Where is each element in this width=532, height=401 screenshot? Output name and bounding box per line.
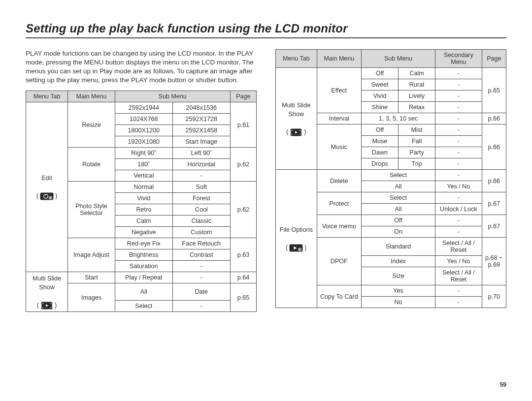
page-ref: p.70 xyxy=(482,285,506,308)
cell: 1800X1200 xyxy=(115,125,172,136)
tab-edit: Edit ( ) xyxy=(26,102,68,272)
cell: Right 90˚ xyxy=(115,148,172,159)
tab-slide-left: Multi Slide Show ( ) xyxy=(26,272,68,312)
cell: Yes / No xyxy=(435,256,482,267)
main-dpof: DPOF xyxy=(317,238,361,285)
cell: Unlock / Lock xyxy=(435,204,482,215)
cell: Retro xyxy=(115,204,172,216)
main-rotate: Rotate xyxy=(68,148,115,182)
tab-file: File Options ( ) xyxy=(276,170,317,308)
cell: - xyxy=(435,91,482,102)
cell: - xyxy=(172,301,230,312)
cell: Calm xyxy=(399,68,435,79)
page-ref: p.62 xyxy=(230,148,256,182)
left-column: PLAY mode functions can be changed by us… xyxy=(26,49,257,312)
cell: Relax xyxy=(399,102,435,113)
cell: Fall xyxy=(399,136,435,147)
cell: - xyxy=(435,226,482,238)
cell: Size xyxy=(361,267,435,285)
cell: Yes / No xyxy=(435,181,482,192)
cell: Dawn xyxy=(361,147,398,158)
right-column: Menu Tab Main Menu Sub Menu Secondary Me… xyxy=(275,49,506,312)
cell: Rural xyxy=(399,79,435,91)
cell: Start Image xyxy=(172,136,230,148)
tab-edit-label: Edit xyxy=(41,175,52,182)
cell: Red-eye Fix xyxy=(115,238,172,249)
cell: Index xyxy=(361,256,435,267)
cell: Mist xyxy=(399,124,435,136)
cell: No xyxy=(361,297,435,308)
cell: 180˚ xyxy=(115,159,172,170)
cell: - xyxy=(435,192,482,204)
cell: Select / All / Reset xyxy=(435,267,482,285)
main-protect: Protect xyxy=(317,192,361,215)
cell: Play / Repeat xyxy=(115,272,172,283)
cell: - xyxy=(435,147,482,158)
page-ref: p.66 xyxy=(482,170,506,192)
tab-slide-right: Multi Slide Show ( ) xyxy=(276,68,317,170)
cell: Lively xyxy=(399,91,435,102)
main-interval: Interval xyxy=(317,113,361,124)
cell: Select xyxy=(361,192,435,204)
cell: - xyxy=(435,79,482,91)
cell: Muse xyxy=(361,136,398,147)
th-main: Main Menu xyxy=(317,50,361,68)
cell: - xyxy=(172,170,230,182)
file-options-icon xyxy=(289,243,303,252)
cell: Vivid xyxy=(361,91,398,102)
main-music: Music xyxy=(317,124,361,170)
cell: Date xyxy=(172,283,230,301)
cell: Vertical xyxy=(115,170,172,182)
page-ref: p.67 xyxy=(482,215,506,238)
cell: Select xyxy=(361,170,435,181)
th-tab: Menu Tab xyxy=(276,50,317,68)
main-images: Images xyxy=(68,283,115,312)
th-main: Main Menu xyxy=(68,91,115,102)
cell: - xyxy=(435,158,482,170)
cell: Negative xyxy=(115,227,172,238)
cell: Sweet xyxy=(361,79,398,91)
th-sub: Sub Menu xyxy=(115,91,230,102)
main-copy: Copy To Card xyxy=(317,285,361,308)
cell: Soft xyxy=(172,182,230,193)
th-sec: Secondary Menu xyxy=(435,50,482,68)
tab-slide-right-label: Multi Slide Show xyxy=(282,102,310,118)
cell: Off xyxy=(361,124,398,136)
cell: All xyxy=(361,204,435,215)
page-ref: p.66 xyxy=(482,124,506,170)
cell: - xyxy=(435,124,482,136)
page-ref: p.63 xyxy=(230,238,256,272)
cell: Trip xyxy=(399,158,435,170)
cell: 2048x1536 xyxy=(172,102,230,114)
edit-icon xyxy=(40,191,54,200)
cell: Normal xyxy=(115,182,172,193)
cell: 2592X1728 xyxy=(172,114,230,125)
right-table: Menu Tab Main Menu Sub Menu Secondary Me… xyxy=(275,49,506,308)
cell: Cool xyxy=(172,204,230,216)
cell: - xyxy=(172,261,230,272)
page-ref: p.68 ~ p.69 xyxy=(482,238,506,285)
cell: Saturation xyxy=(115,261,172,272)
cell: - xyxy=(435,136,482,147)
cell: Face Retouch xyxy=(172,238,230,249)
main-style: Photo Style Selector xyxy=(68,182,115,238)
cell: Drops xyxy=(361,158,398,170)
cell: Calm xyxy=(115,216,172,227)
cell: Off xyxy=(361,68,398,79)
cell: - xyxy=(435,215,482,226)
main-start: Start xyxy=(68,272,115,283)
cell: Standard xyxy=(361,238,435,256)
cell: Off xyxy=(361,215,435,226)
main-delete: Delete xyxy=(317,170,361,192)
cell: 1, 3, 5, 10 sec xyxy=(361,113,435,124)
th-page: Page xyxy=(230,91,256,102)
cell: Classic xyxy=(172,216,230,227)
cell: Shine xyxy=(361,102,398,113)
th-sub: Sub Menu xyxy=(361,50,435,68)
page-ref: p.65 xyxy=(230,283,256,312)
page-ref: p.61 xyxy=(230,102,256,148)
page-ref: p.64 xyxy=(230,272,256,283)
cell: 2592x1944 xyxy=(115,102,172,114)
cell: Horizontal xyxy=(172,159,230,170)
page-ref: p.62 xyxy=(230,182,256,238)
